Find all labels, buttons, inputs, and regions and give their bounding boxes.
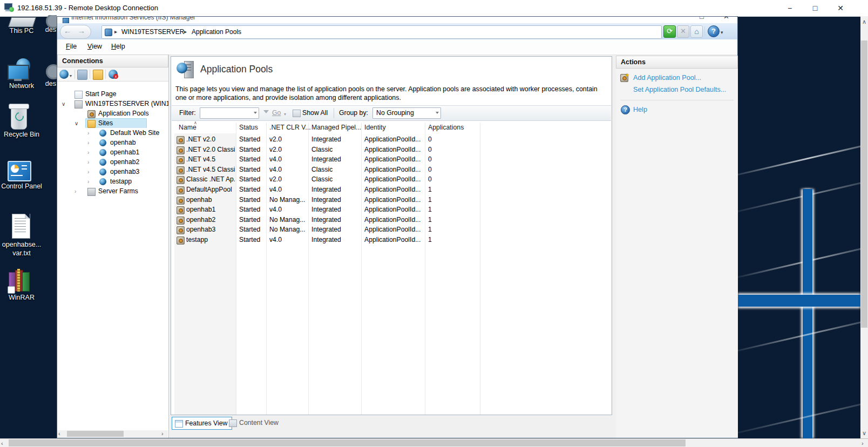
actions-help-link[interactable]: Help [633,106,647,113]
page-title: Application Pools [200,64,273,75]
column-header-applications[interactable]: Applications [428,124,464,131]
tab-features-view[interactable]: Features View [172,417,232,430]
scroll-down-icon[interactable]: ∨ [860,430,868,437]
column-header-clr[interactable]: .NET CLR V... [269,124,311,131]
partial-desktop-icon-1: des [45,15,57,45]
save-connections-icon[interactable] [77,70,87,80]
tree-item-sites[interactable]: ∨ Sites [57,119,168,128]
menu-help[interactable]: Help [109,43,127,50]
chevron-collapsed-icon[interactable]: › [87,148,89,158]
actions-panel: Actions ★ Add Application Pool... Set Ap… [616,56,738,438]
column-header-pipeline[interactable]: Managed Pipel... [311,124,361,131]
tree-item-start-page[interactable]: Start Page [57,90,168,99]
table-row[interactable]: Classic .NET Ap... Started v2.0 Classic … [174,174,609,185]
menu-view[interactable]: View [85,43,104,50]
home-button[interactable]: ⌂ [690,25,703,38]
back-button[interactable]: ← [61,25,74,38]
content-view-icon [229,419,237,427]
rdp-vscrollbar[interactable]: ∧ ∨ [860,16,868,438]
table-row[interactable]: DefaultAppPool Started v4.0 Integrated A… [174,185,609,195]
tree-item-server[interactable]: ∨ WIN19TESTSERVER (WIN19TE [57,99,168,109]
table-row[interactable]: .NET v4.5 Started v4.0 Integrated Applic… [174,154,609,165]
breadcrumb-app-pools[interactable]: Application Pools [192,28,241,36]
menu-file[interactable]: File [64,43,79,50]
rdp-hscrollbar[interactable]: ‹ › [0,438,868,447]
scroll-right-icon[interactable]: › [862,439,864,447]
tree-item-testapp[interactable]: › testapp [57,177,168,187]
rdp-minimize-button[interactable]: − [777,0,802,16]
go-caret-icon[interactable]: ▾ [284,112,286,117]
refresh-button[interactable]: ⟳ [663,25,676,38]
app-pool-icon [177,206,185,214]
combo-caret-icon[interactable] [254,112,257,114]
tree-item-server-farms[interactable]: › Server Farms [57,187,168,197]
table-row[interactable]: .NET v2.0 Started v2.0 Integrated Applic… [174,134,609,145]
table-row[interactable]: .NET v2.0 Classic Started v2.0 Classic A… [174,145,609,155]
vscroll-thumb[interactable] [861,40,867,328]
connections-hscrollbar[interactable]: ‹ › [57,430,168,437]
table-row[interactable]: openhab3 Started No Manag... Integrated … [174,225,609,235]
set-app-pool-defaults-link[interactable]: Set Application Pool Defaults... [633,86,726,93]
tree-item-openhab3[interactable]: › openhab3 [57,167,168,177]
forward-button[interactable]: → [75,25,88,38]
toolbar-separator [334,108,334,118]
scroll-right-icon[interactable]: › [161,430,164,437]
chevron-collapsed-icon[interactable]: › [87,177,89,187]
filter-input[interactable] [200,107,259,119]
chevron-expanded-icon[interactable]: ∨ [62,99,65,109]
tree-item-openhab[interactable]: › openhab [57,138,168,148]
table-row[interactable]: openhab2 Started No Manag... Integrated … [174,215,609,225]
group-by-label: Group by: [339,109,368,117]
breadcrumb-server[interactable]: WIN19TESTSERVER [121,28,184,36]
table-row[interactable]: openhab Started No Manag... Integrated A… [174,195,609,205]
table-row[interactable]: testapp Started v4.0 Integrated Applicat… [174,235,609,245]
chevron-collapsed-icon[interactable]: › [87,158,89,167]
combo-caret-icon[interactable] [436,112,439,114]
scroll-left-icon[interactable]: ‹ [1,439,3,447]
rdp-maximize-button[interactable]: □ [803,0,828,16]
site-globe-icon [99,168,106,175]
hscroll-thumb[interactable] [9,439,686,446]
tree-item-application-pools[interactable]: Application Pools [57,109,168,119]
new-star-icon: ★ [625,72,629,78]
connect-dropdown-caret-icon[interactable]: ▾ [70,73,72,78]
chevron-collapsed-icon[interactable]: › [87,128,89,138]
open-folder-icon[interactable] [93,70,103,80]
hscroll-thumb[interactable] [67,431,124,437]
gear-icon [48,66,57,78]
connect-server-icon[interactable] [59,70,69,79]
iis-maximize-button[interactable]: □ [700,17,704,21]
app-pool-icon [177,136,185,144]
scroll-left-icon[interactable]: ‹ [58,430,60,437]
chevron-collapsed-icon[interactable]: › [87,138,89,148]
light-streak [738,139,860,177]
group-by-select[interactable]: No Grouping [372,107,441,119]
tree-item-openhab2[interactable]: › openhab2 [57,158,168,167]
toolbar-separator [704,26,705,36]
help-button[interactable]: ? [708,25,720,37]
go-button[interactable]: Go [272,109,281,117]
rdp-close-button[interactable]: ✕ [828,0,853,16]
chevron-expanded-icon[interactable]: ∨ [74,119,78,128]
table-row[interactable]: openhab1 Started v4.0 Integrated Applica… [174,205,609,215]
tree-item-openhab1[interactable]: › openhab1 [57,148,168,158]
add-application-pool-link[interactable]: Add Application Pool... [633,74,701,82]
column-header-status[interactable]: Status [239,124,258,131]
table-row[interactable]: .NET v4.5 Classic Started v4.0 Classic A… [174,165,609,175]
chevron-collapsed-icon[interactable]: › [74,187,76,197]
scroll-up-icon[interactable]: ∧ [860,18,868,25]
application-pools-panel: Application Pools This page lets you vie… [171,56,612,415]
site-globe-icon [99,159,106,166]
iis-close-button[interactable]: ✕ [723,17,729,21]
server-farms-icon [87,188,96,196]
tree-item-default-web-site[interactable]: › Default Web Site [57,128,168,138]
show-all-button[interactable]: Show All [302,109,328,117]
tab-content-view[interactable]: Content View [226,417,283,429]
iis-window-title: Internet Information Services (IIS) Mana… [71,17,195,21]
stop-button[interactable]: ✕ [677,25,689,38]
chevron-collapsed-icon[interactable]: › [87,167,89,177]
help-dropdown-caret-icon[interactable]: ▾ [721,30,723,35]
recycle-bin-lid [9,104,29,109]
connections-header: Connections [57,55,168,67]
column-header-identity[interactable]: Identity [364,124,386,131]
